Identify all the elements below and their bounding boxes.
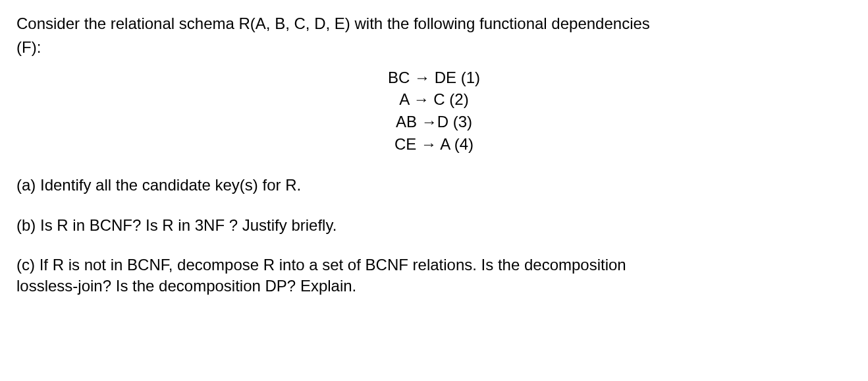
fd-4-lhs: CE xyxy=(394,135,416,153)
fd-1: BC → DE (1) xyxy=(16,67,852,89)
arrow-icon: → xyxy=(421,111,437,133)
arrow-icon: → xyxy=(414,67,430,89)
fd-4: CE → A (4) xyxy=(16,133,852,156)
intro-line-2: (F): xyxy=(16,37,852,58)
fd-2-lhs: A xyxy=(399,90,409,108)
fd-1-num: (1) xyxy=(461,69,480,86)
question-c-line-1: (c) If R is not in BCNF, decompose R int… xyxy=(16,254,852,276)
question-b: (b) Is R in BCNF? Is R in 3NF ? Justify … xyxy=(16,215,852,236)
fd-2-num: (2) xyxy=(449,90,468,108)
fd-4-num: (4) xyxy=(454,135,474,153)
fd-1-rhs: DE xyxy=(435,69,456,86)
fd-3-num: (3) xyxy=(453,113,472,131)
arrow-icon: → xyxy=(421,133,437,156)
fd-2-rhs: C xyxy=(433,90,445,108)
fd-1-lhs: BC xyxy=(388,69,410,86)
fd-4-rhs: A xyxy=(440,135,450,153)
functional-dependencies: BC → DE (1) A → C (2) AB →D (3) CE → A (… xyxy=(16,67,852,155)
fd-3: AB →D (3) xyxy=(16,111,852,133)
fd-3-rhs: D xyxy=(437,113,448,131)
intro-line-1: Consider the relational schema R(A, B, C… xyxy=(16,13,852,34)
question-c: (c) If R is not in BCNF, decompose R int… xyxy=(16,254,852,297)
question-a: (a) Identify all the candidate key(s) fo… xyxy=(16,175,852,196)
question-c-line-2: lossless-join? Is the decomposition DP? … xyxy=(16,276,852,297)
arrow-icon: → xyxy=(414,88,429,111)
fd-3-lhs: AB xyxy=(396,113,417,131)
fd-2: A → C (2) xyxy=(16,88,852,111)
